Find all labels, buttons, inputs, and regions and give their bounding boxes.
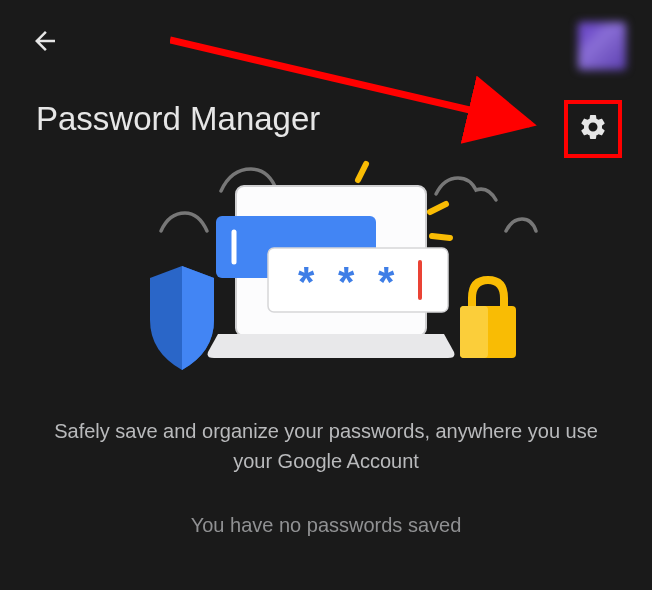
back-arrow-icon (30, 26, 60, 56)
svg-text:*: * (298, 258, 315, 305)
empty-state-text: You have no passwords saved (0, 514, 652, 537)
page-title: Password Manager (0, 100, 652, 138)
back-button[interactable] (26, 22, 64, 60)
svg-line-2 (358, 164, 366, 180)
annotation-highlight-box (564, 100, 622, 158)
svg-line-4 (432, 236, 450, 238)
settings-button[interactable] (578, 112, 608, 146)
svg-rect-13 (460, 306, 488, 358)
avatar[interactable] (578, 22, 626, 70)
svg-text:*: * (378, 258, 395, 305)
svg-text:*: * (338, 258, 355, 305)
subtitle-text: Safely save and organize your passwords,… (0, 416, 652, 476)
password-illustration: * * * (106, 156, 546, 386)
svg-line-3 (430, 204, 446, 212)
gear-icon (578, 112, 608, 142)
